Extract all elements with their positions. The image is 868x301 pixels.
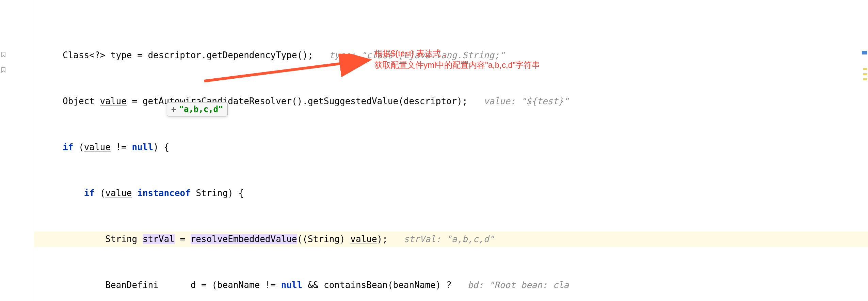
code-line[interactable]: if (value != null) { xyxy=(34,140,868,155)
editor-gutter xyxy=(0,0,34,301)
expand-icon[interactable]: + xyxy=(171,105,176,114)
code-text: && containsBean(beanName) ? xyxy=(302,280,451,290)
scroll-marker[interactable] xyxy=(862,51,867,54)
code-text: Object xyxy=(63,96,100,106)
variable-ref: value xyxy=(105,188,132,198)
annotation-line: 根据${test} 表达式， xyxy=(374,48,540,59)
scroll-marker-strip[interactable] xyxy=(863,0,868,301)
code-text: ); xyxy=(377,234,388,244)
scroll-marker[interactable] xyxy=(863,78,867,80)
code-line-highlighted[interactable]: String strVal = resolveEmbeddedValue((St… xyxy=(34,232,868,247)
code-editor[interactable]: Class<?> type = descriptor.getDependency… xyxy=(34,0,868,301)
variable-ref: value xyxy=(84,142,111,152)
inline-hint: bd: "Root bean: cla xyxy=(468,280,569,290)
scroll-marker[interactable] xyxy=(863,68,867,70)
method-highlighted: resolveEmbeddedValue xyxy=(191,234,297,244)
code-text: BeanDefini xyxy=(105,280,159,290)
svg-marker-2 xyxy=(194,99,200,102)
keyword: null xyxy=(132,142,154,152)
variable-ref: value xyxy=(350,234,377,244)
code-text: String) { xyxy=(191,188,244,198)
variable-ref: value xyxy=(100,96,127,106)
tooltip-value: "a,b,c,d" xyxy=(179,105,223,114)
code-text: ( xyxy=(73,142,84,152)
code-line[interactable]: BeanDefinition bd = (beanName != null &&… xyxy=(34,278,868,293)
variable-highlighted: strVal xyxy=(143,234,175,244)
keyword: instanceof xyxy=(137,188,191,198)
code-text: ((String) xyxy=(297,234,351,244)
code-text: ) { xyxy=(153,142,169,152)
scroll-marker[interactable] xyxy=(863,73,867,75)
code-line[interactable]: if (value instanceof String) { xyxy=(34,186,868,201)
code-text: d = (beanName != xyxy=(191,280,281,290)
keyword: null xyxy=(281,280,303,290)
tooltip-nub-icon xyxy=(194,99,200,102)
code-text: String xyxy=(105,234,143,244)
bookmark-icon[interactable] xyxy=(0,66,7,73)
bookmark-icon[interactable] xyxy=(0,51,7,58)
code-text: = xyxy=(175,234,191,244)
code-text: ( xyxy=(95,188,105,198)
inline-hint: strVal: "a,b,c,d" xyxy=(404,234,494,244)
code-text: Class<?> type = descriptor.getDependency… xyxy=(63,50,313,60)
code-line[interactable]: Object value = getAutowireCandidateResol… xyxy=(34,94,868,109)
code-text: != xyxy=(111,142,132,152)
debugger-value-tooltip[interactable]: + "a,b,c,d" xyxy=(167,102,228,116)
annotation-text: 根据${test} 表达式， 获取配置文件yml中的配置内容"a,b,c,d"字… xyxy=(374,48,540,71)
annotation-line: 获取配置文件yml中的配置内容"a,b,c,d"字符串 xyxy=(374,59,540,71)
keyword: if xyxy=(84,188,95,198)
svg-line-1 xyxy=(204,60,369,81)
code-text xyxy=(132,188,138,198)
keyword: if xyxy=(63,142,73,152)
inline-hint: value: "${test}" xyxy=(484,96,569,106)
